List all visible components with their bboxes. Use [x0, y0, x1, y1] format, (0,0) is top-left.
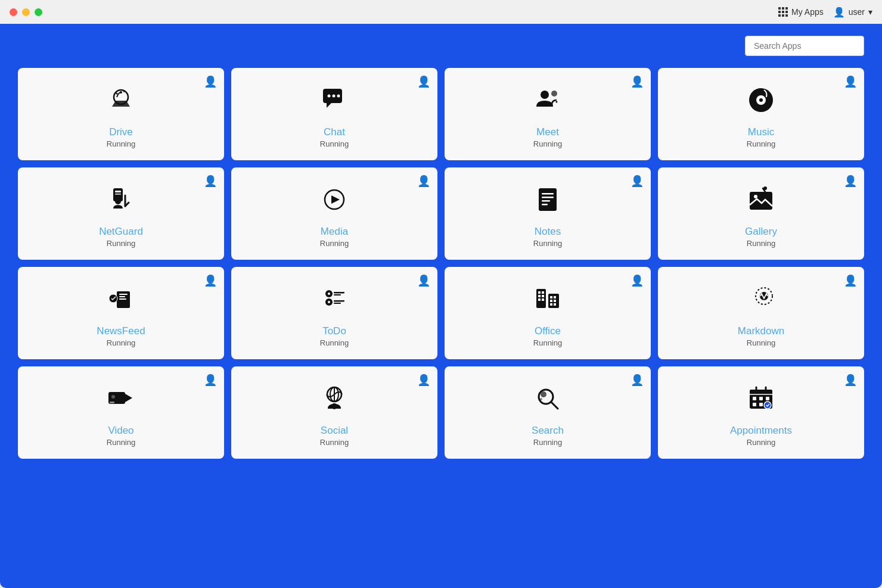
app-status-media: Running — [320, 239, 349, 248]
svg-rect-31 — [119, 298, 126, 300]
svg-point-66 — [541, 391, 546, 397]
svg-rect-50 — [554, 296, 556, 298]
user-badge-chat: 👤 — [417, 75, 430, 88]
user-badge-appointments: 👤 — [844, 374, 857, 387]
app-card-netguard[interactable]: 👤 NetGuard Running — [18, 167, 224, 260]
app-card-gallery[interactable]: 👤 Gallery Running — [658, 167, 864, 260]
app-icon-meet — [530, 82, 566, 118]
user-icon: 👤 — [833, 7, 845, 18]
svg-rect-30 — [119, 296, 125, 297]
app-card-search[interactable]: 👤 Search Running — [445, 366, 651, 459]
app-status-chat: Running — [320, 139, 349, 148]
user-button[interactable]: 👤 user ▾ — [833, 7, 872, 18]
svg-point-5 — [328, 95, 331, 98]
app-card-markdown[interactable]: 👤 Markdown Running — [658, 267, 864, 359]
app-card-todo[interactable]: 👤 ToDo Running — [231, 267, 437, 359]
app-icon-gallery — [743, 182, 779, 217]
app-status-meet: Running — [533, 139, 562, 148]
my-apps-label: My Apps — [791, 7, 824, 17]
svg-point-67 — [540, 398, 542, 400]
user-badge-office: 👤 — [631, 274, 644, 287]
close-button[interactable] — [10, 8, 17, 16]
app-name-music: Music — [748, 126, 774, 138]
user-badge-music: 👤 — [844, 75, 857, 88]
grid-icon — [778, 7, 788, 17]
dropdown-arrow: ▾ — [868, 7, 872, 17]
app-status-notes: Running — [533, 239, 562, 248]
user-badge-todo: 👤 — [417, 274, 430, 287]
svg-rect-36 — [334, 294, 341, 295]
app-card-video[interactable]: 👤 Video Running — [18, 366, 224, 459]
svg-rect-54 — [554, 303, 556, 306]
app-status-video: Running — [107, 438, 135, 447]
app-status-newsfeed: Running — [107, 338, 135, 347]
app-card-newsfeed[interactable]: 👤 NewsFeed Running — [18, 267, 224, 359]
svg-rect-49 — [550, 296, 552, 298]
app-name-newsfeed: NewsFeed — [97, 325, 145, 337]
svg-marker-19 — [331, 195, 340, 204]
user-badge-video: 👤 — [204, 374, 217, 387]
app-card-notes[interactable]: 👤 Notes Running — [445, 167, 651, 260]
svg-rect-35 — [334, 292, 344, 294]
app-status-social: Running — [320, 438, 349, 447]
app-icon-social — [316, 381, 352, 416]
minimize-button[interactable] — [22, 8, 30, 16]
my-apps-button[interactable]: My Apps — [778, 7, 824, 17]
user-badge-search: 👤 — [631, 374, 644, 387]
app-card-drive[interactable]: 👤 Drive Running — [18, 68, 224, 160]
app-card-meet[interactable]: 👤 Meet Running — [445, 68, 651, 160]
fullscreen-button[interactable] — [35, 8, 42, 16]
search-input[interactable] — [745, 36, 864, 56]
svg-point-34 — [328, 293, 330, 295]
app-name-video: Video — [108, 425, 133, 437]
app-status-appointments: Running — [747, 438, 775, 447]
titlebar: My Apps 👤 user ▾ — [0, 0, 882, 24]
main-area: 👤 Drive Running 👤 Chat Running 👤 — [0, 24, 882, 588]
svg-rect-72 — [759, 397, 763, 400]
svg-point-38 — [328, 301, 330, 303]
traffic-lights — [10, 8, 42, 16]
svg-point-7 — [337, 95, 340, 98]
app-icon-office — [530, 281, 566, 317]
app-icon-appointments — [743, 381, 779, 416]
app-card-chat[interactable]: 👤 Chat Running — [231, 68, 437, 160]
svg-point-6 — [333, 95, 336, 98]
app-name-appointments: Appointments — [730, 425, 792, 437]
app-card-social[interactable]: 👤 Social Running — [231, 366, 437, 459]
svg-rect-52 — [554, 300, 556, 302]
svg-rect-41 — [536, 289, 546, 308]
user-badge-drive: 👤 — [204, 75, 217, 88]
svg-rect-23 — [542, 200, 550, 202]
app-icon-video — [103, 381, 139, 416]
svg-rect-39 — [334, 300, 344, 302]
user-badge-meet: 👤 — [631, 75, 644, 88]
svg-rect-69 — [750, 390, 772, 394]
svg-rect-51 — [550, 300, 552, 302]
app-name-gallery: Gallery — [745, 226, 777, 238]
app-card-office[interactable]: 👤 Office Running — [445, 267, 651, 359]
svg-point-1 — [120, 91, 122, 94]
search-bar-wrap — [18, 36, 864, 56]
user-badge-gallery: 👤 — [844, 175, 857, 188]
app-card-music[interactable]: 👤 Music Running — [658, 68, 864, 160]
svg-rect-74 — [753, 403, 756, 406]
user-badge-social: 👤 — [417, 374, 430, 387]
window: My Apps 👤 user ▾ 👤 Drive Running — [0, 0, 882, 588]
svg-rect-47 — [542, 298, 544, 301]
apps-grid: 👤 Drive Running 👤 Chat Running 👤 — [18, 68, 864, 459]
app-card-media[interactable]: 👤 Media Running — [231, 167, 437, 260]
app-status-search: Running — [533, 438, 562, 447]
svg-rect-45 — [542, 295, 544, 297]
app-card-appointments[interactable]: 👤 Appointments Running — [658, 366, 864, 459]
svg-rect-71 — [753, 397, 756, 400]
svg-point-10 — [556, 101, 558, 103]
svg-rect-15 — [115, 191, 121, 192]
app-name-netguard: NetGuard — [99, 226, 143, 238]
svg-point-78 — [764, 402, 771, 409]
app-name-meet: Meet — [536, 126, 559, 138]
app-status-todo: Running — [320, 338, 349, 347]
user-label: user — [849, 7, 865, 17]
svg-rect-20 — [539, 188, 557, 211]
svg-rect-25 — [750, 192, 772, 210]
svg-rect-22 — [542, 197, 554, 198]
